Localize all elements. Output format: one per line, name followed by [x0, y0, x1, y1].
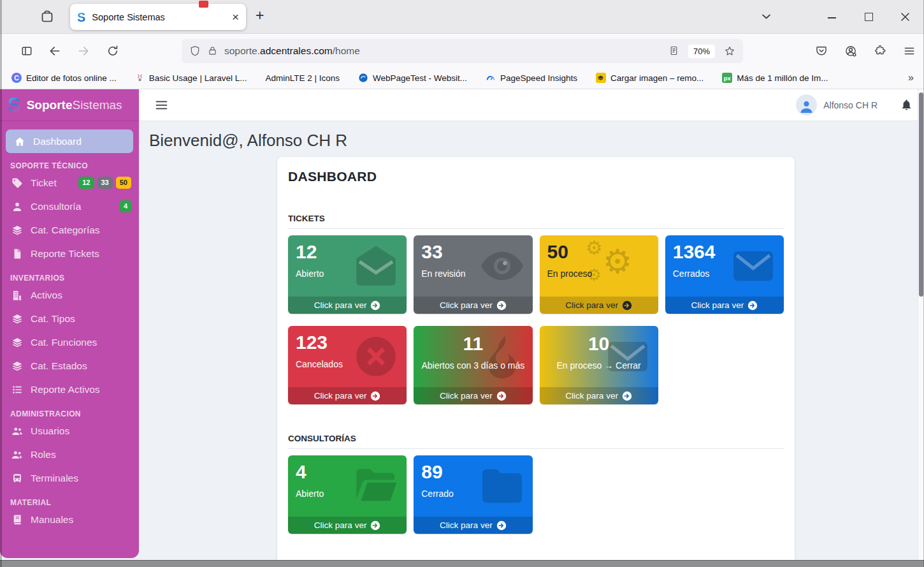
- tab-title: Soporte Sistemas: [92, 12, 164, 22]
- stat-value: 1364: [673, 241, 776, 263]
- arrow-circle-right-icon: [747, 300, 758, 311]
- menu-hamburger-icon[interactable]: [903, 45, 916, 57]
- maximize-button[interactable]: [865, 13, 873, 21]
- sidebar-item-manuales[interactable]: Manuales: [0, 508, 139, 531]
- url-subdomain: soporte.: [224, 45, 260, 56]
- tab-list-chevron-icon[interactable]: [762, 13, 771, 20]
- sidebar-toggle-icon[interactable]: [20, 45, 33, 57]
- bookmark-label: PageSpeed Insights: [500, 73, 577, 83]
- extensions-puzzle-icon[interactable]: [874, 45, 886, 57]
- card-footer-link[interactable]: Click para ver: [414, 517, 532, 534]
- reader-mode-icon[interactable]: [668, 45, 679, 57]
- stat-card-en-proceso[interactable]: 50En proceso⚙⚙⚙Click para ver: [540, 235, 658, 314]
- sidebar-item-roles[interactable]: Roles: [0, 443, 139, 466]
- close-window-button[interactable]: [900, 12, 910, 22]
- card-footer-link[interactable]: Click para ver: [540, 387, 658, 404]
- sidebar-item-ticket[interactable]: Ticket123350: [0, 171, 139, 195]
- stat-card-cancelados[interactable]: 123CanceladosClick para ver: [288, 326, 407, 404]
- shield-icon[interactable]: [189, 45, 201, 57]
- sidebar-item-label: Activos: [31, 290, 62, 301]
- sidebar-item-label: Cat. Funciones: [31, 337, 97, 348]
- stat-card-abierto[interactable]: 4AbiertoClick para ver: [288, 455, 407, 534]
- card-footer-link[interactable]: Click para ver: [414, 387, 532, 404]
- card-footer-link[interactable]: Click para ver: [665, 297, 784, 314]
- sidebar-item-reporte-tickets[interactable]: Reporte Tickets: [0, 242, 139, 265]
- section-title: CONSULTORÍAS: [288, 434, 784, 443]
- app-brand[interactable]: S SoporteSistemas: [0, 89, 139, 121]
- main-area: Alfonso CH R Bienvenid@, Alfonso CH R DA…: [139, 89, 924, 560]
- welcome-heading: Bienvenid@, Alfonso CH R: [149, 131, 924, 151]
- dashboard-section: CONSULTORÍAS4AbiertoClick para ver89Cerr…: [288, 434, 784, 534]
- bookmark-label: Cargar imagen – remo...: [610, 73, 704, 83]
- bookmark-star-icon[interactable]: [724, 45, 735, 57]
- sidebar-item-usuarios[interactable]: Usuarios: [0, 419, 139, 443]
- sidebar-collapse-icon[interactable]: [155, 100, 168, 110]
- card-footer-link[interactable]: Click para ver: [540, 297, 658, 314]
- scrollbar-thumb[interactable]: [919, 92, 923, 297]
- card-footer-link[interactable]: Click para ver: [288, 517, 407, 534]
- new-tab-button[interactable]: +: [256, 7, 264, 24]
- card-footer-link[interactable]: Click para ver: [414, 297, 532, 314]
- back-button[interactable]: [48, 45, 61, 57]
- url-bar[interactable]: soporte.adcentrales.com/home 70%: [182, 39, 743, 63]
- lock-icon[interactable]: [207, 45, 218, 57]
- notifications-bell-icon[interactable]: [900, 99, 913, 112]
- sidebar-item-label: Reporte Activos: [31, 384, 100, 395]
- card-footer-link[interactable]: Click para ver: [288, 297, 407, 314]
- users-icon: [11, 425, 24, 437]
- sidebar-item-label: Reporte Tickets: [31, 248, 99, 260]
- tab-close-icon[interactable]: ×: [232, 11, 239, 23]
- minimize-button[interactable]: [828, 17, 836, 18]
- brand-title: SoporteSistemas: [27, 98, 122, 112]
- browser-tab[interactable]: S Soporte Sistemas ×: [70, 4, 246, 30]
- sidebar-item-dashboard[interactable]: Dashboard: [6, 129, 133, 153]
- tag-icon: [11, 177, 24, 189]
- forward-button[interactable]: [77, 45, 90, 57]
- bookmarks-overflow-chevron[interactable]: »: [908, 72, 914, 84]
- sidebar-item-terminales[interactable]: Terminales: [0, 466, 139, 490]
- stat-value: 4: [296, 461, 399, 483]
- pocket-icon[interactable]: [815, 45, 828, 57]
- user-name[interactable]: Alfonso CH R: [823, 100, 877, 110]
- bookmark-item[interactable]: AdminLTE 2 | Icons: [265, 73, 340, 83]
- sidebar-item-label: Consultoría: [31, 201, 81, 212]
- card-footer-label: Click para ver: [314, 391, 367, 401]
- stat-card-abiertos-con-3-d-as-o-m-s[interactable]: 11Abiertos con 3 días o másClick para ve…: [414, 326, 532, 404]
- reload-button[interactable]: [106, 45, 119, 57]
- bookmark-item[interactable]: Cargar imagen – remo...: [596, 73, 704, 83]
- firefox-view-icon[interactable]: [40, 9, 55, 24]
- bookmark-item[interactable]: PageSpeed Insights: [486, 73, 577, 83]
- sidebar-item-cat-categor-as[interactable]: Cat. Categorías: [0, 218, 139, 242]
- stat-card-cerrado[interactable]: 89CerradoClick para ver: [414, 455, 532, 534]
- bookmark-item[interactable]: pxMás de 1 millón de Im...: [722, 73, 828, 83]
- bookmarks-bar: CEditor de fotos online ...Basic Usage |…: [0, 67, 924, 89]
- sidebar-item-activos[interactable]: Activos: [0, 283, 139, 307]
- sidebar-item-label: Terminales: [31, 473, 78, 484]
- stat-card-cerrados[interactable]: 1364CerradosClick para ver: [665, 235, 784, 314]
- sidebar-item-label: Cat. Estados: [31, 360, 87, 372]
- sidebar-item-cat-estados[interactable]: Cat. Estados: [0, 354, 139, 378]
- sidebar-item-cat-tipos[interactable]: Cat. Tipos: [0, 307, 139, 330]
- zoom-level-button[interactable]: 70%: [688, 45, 715, 58]
- card-footer-label: Click para ver: [565, 391, 618, 401]
- bookmark-item[interactable]: Basic Usage | Laravel L...: [135, 73, 247, 83]
- sidebar-item-reporte-activos[interactable]: Reporte Activos: [0, 378, 139, 401]
- stat-label: Cancelados: [296, 359, 399, 369]
- stat-card-en-revisi-n[interactable]: 33En revisiónClick para ver: [414, 235, 532, 314]
- card-footer-link[interactable]: Click para ver: [288, 387, 407, 404]
- bookmark-item[interactable]: WebPageTest - Websit...: [358, 73, 467, 83]
- book-icon: [11, 513, 24, 526]
- home-icon: [13, 135, 26, 147]
- layers-icon: [11, 224, 24, 236]
- page-content: Bienvenid@, Alfonso CH R DASHBOARD TICKE…: [139, 121, 924, 560]
- stat-card-abierto[interactable]: 12AbiertoClick para ver: [288, 235, 407, 314]
- arrow-circle-right-icon: [496, 520, 507, 531]
- account-icon[interactable]: [844, 45, 857, 57]
- sidebar-item-consultor-a[interactable]: Consultoría4: [0, 195, 139, 218]
- sidebar-item-cat-funciones[interactable]: Cat. Funciones: [0, 330, 139, 354]
- site-favicon: S: [77, 11, 85, 24]
- arrow-circle-right-icon: [370, 391, 380, 401]
- stat-card-en-proceso-cerrar[interactable]: 10En proceso → CerrarClick para ver: [540, 326, 658, 404]
- bookmark-item[interactable]: CEditor de fotos online ...: [11, 73, 117, 83]
- user-avatar[interactable]: [796, 94, 817, 115]
